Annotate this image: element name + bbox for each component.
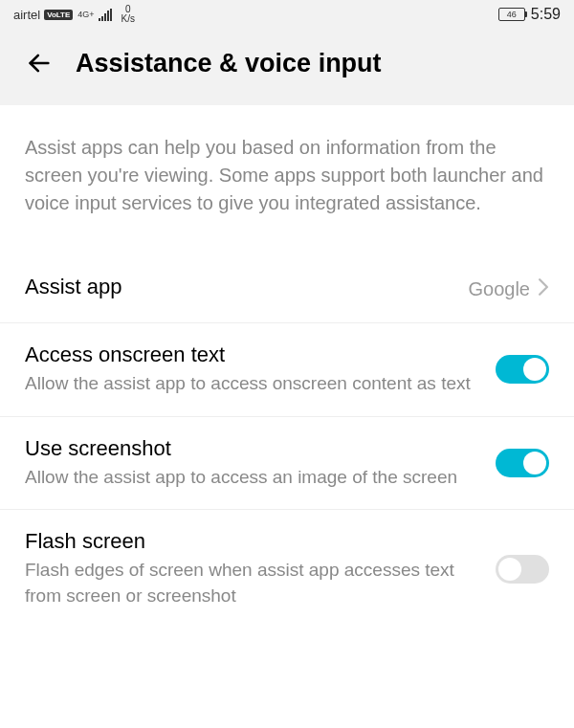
status-left: airtel VoLTE 4G+ 0 K/s [13, 5, 135, 24]
use-screenshot-title: Use screenshot [25, 436, 476, 461]
clock: 5:59 [531, 6, 561, 23]
section-description: Assist apps can help you based on inform… [0, 105, 574, 255]
battery-icon: 46 [498, 8, 525, 21]
network-type: 4G+ [77, 11, 94, 19]
back-button[interactable] [24, 48, 55, 78]
assist-app-row[interactable]: Assist app Google [0, 255, 574, 323]
toggle-knob [523, 358, 546, 381]
use-screenshot-toggle[interactable] [496, 449, 549, 477]
status-right: 46 5:59 [498, 6, 561, 23]
access-onscreen-text-label: Access onscreen text Allow the assist ap… [25, 342, 476, 397]
carrier-label: airtel [13, 8, 40, 22]
access-onscreen-text-subtitle: Allow the assist app to access onscreen … [25, 371, 476, 397]
access-onscreen-text-row: Access onscreen text Allow the assist ap… [0, 323, 574, 417]
arrow-left-icon [26, 50, 53, 77]
page-header: Assistance & voice input [0, 29, 574, 105]
status-bar: airtel VoLTE 4G+ 0 K/s 46 5:59 [0, 0, 574, 29]
assist-app-title: Assist app [25, 275, 122, 299]
volte-badge: VoLTE [44, 10, 73, 20]
use-screenshot-subtitle: Allow the assist app to access an image … [25, 465, 476, 491]
content: Assist apps can help you based on inform… [0, 105, 574, 628]
toggle-knob [498, 558, 521, 581]
assist-app-value-wrap: Google [469, 278, 550, 300]
page-title: Assistance & voice input [76, 49, 382, 78]
access-onscreen-text-toggle[interactable] [496, 355, 549, 384]
use-screenshot-row: Use screenshot Allow the assist app to a… [0, 417, 574, 511]
use-screenshot-label: Use screenshot Allow the assist app to a… [25, 436, 476, 491]
access-onscreen-text-title: Access onscreen text [25, 342, 476, 367]
flash-screen-title: Flash screen [25, 529, 476, 554]
assist-app-value: Google [469, 278, 531, 300]
flash-screen-row: Flash screen Flash edges of screen when … [0, 510, 574, 628]
flash-screen-label: Flash screen Flash edges of screen when … [25, 529, 476, 608]
toggle-knob [523, 452, 546, 474]
data-speed: 0 K/s [121, 5, 135, 24]
flash-screen-subtitle: Flash edges of screen when assist app ac… [25, 558, 476, 608]
flash-screen-toggle[interactable] [496, 555, 549, 584]
chevron-right-icon [538, 278, 549, 300]
signal-icon [99, 9, 112, 21]
